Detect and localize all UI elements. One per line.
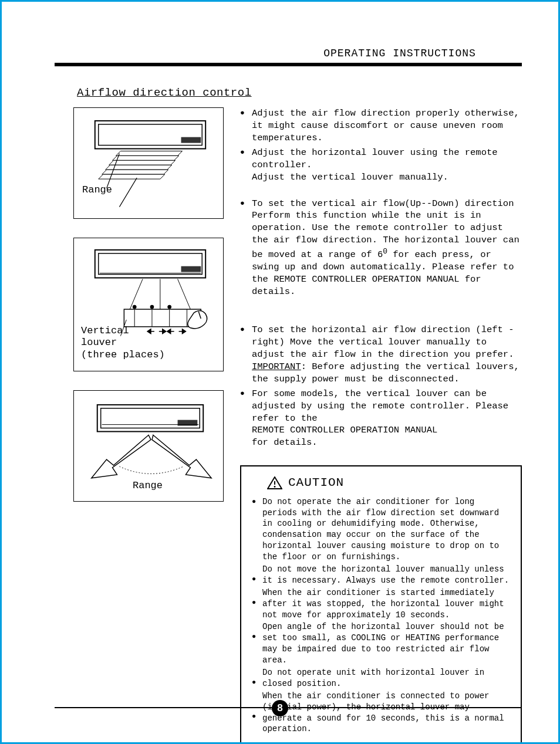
caution-item: Do not operate the air conditioner for l… xyxy=(252,496,510,563)
text: Adjust the horizontal louver using the r… xyxy=(252,147,498,170)
figure-vertical-range: Range xyxy=(73,107,224,219)
caution-item: Open angle of the horizontal louver shou… xyxy=(252,621,510,666)
svg-line-10 xyxy=(119,178,137,207)
svg-marker-8 xyxy=(99,174,165,179)
svg-point-25 xyxy=(168,305,171,309)
page-header: OPERATING INSTRUCTIONS xyxy=(55,48,522,59)
header-rule xyxy=(55,63,522,66)
caution-item: Do not operate unit with horizontal louv… xyxy=(252,667,510,689)
svg-marker-3 xyxy=(116,151,182,155)
text: REMOTE CONTROLLER OPERATION MANUAL xyxy=(252,425,437,435)
text: Adjust the vertical louver manually. xyxy=(252,172,448,182)
warning-icon xyxy=(267,476,282,489)
svg-rect-13 xyxy=(181,266,201,272)
svg-marker-6 xyxy=(106,165,172,170)
svg-point-42 xyxy=(274,486,276,488)
figure2-label-line1: Vertical xyxy=(81,325,129,336)
instruction-item: To set the horizontal air flow direction… xyxy=(240,324,522,385)
section-title: Airflow direction control xyxy=(77,86,522,99)
instruction-item: Adjust the air flow direction properly o… xyxy=(240,107,522,144)
svg-marker-34 xyxy=(183,329,186,334)
figure-horizontal-range: Range xyxy=(73,390,224,502)
svg-point-24 xyxy=(150,305,154,309)
instruction-item: Adjust the horizontal louver using the r… xyxy=(240,147,522,184)
figure1-label: Range xyxy=(82,184,112,195)
important-label: IMPORTANT xyxy=(252,361,301,372)
caution-item: Do not move the horizontal louver manual… xyxy=(252,564,510,586)
caution-item: When the air conditioner is connected to… xyxy=(252,691,510,735)
figure2-label-line2: louver xyxy=(81,337,117,348)
svg-rect-2 xyxy=(181,137,201,143)
caution-title: CAUTION xyxy=(288,475,344,491)
svg-marker-32 xyxy=(167,329,171,334)
svg-rect-38 xyxy=(178,420,198,426)
text: for details. xyxy=(252,437,318,448)
figure2-label-line3: (three places) xyxy=(81,349,165,360)
text: To set the horizontal air flow direction… xyxy=(252,324,514,360)
instruction-item: For some models, the vertical louver can… xyxy=(240,388,522,449)
figures-column: Range xyxy=(73,107,224,744)
instruction-item: To set the vertical air flow(Up--Down) d… xyxy=(240,198,522,299)
instructions-list: Adjust the air flow direction properly o… xyxy=(240,107,522,184)
svg-point-23 xyxy=(133,305,136,309)
caution-list: Do not operate the air conditioner for l… xyxy=(252,496,510,735)
text: For some models, the vertical louver can… xyxy=(252,388,508,424)
caution-item: When the air conditioner is started imme… xyxy=(252,587,510,621)
figure-vertical-louver: Vertical louver (three places) xyxy=(73,238,224,371)
footer-rule xyxy=(55,707,522,708)
figure3-label: Range xyxy=(133,480,163,491)
svg-marker-5 xyxy=(109,160,176,165)
svg-line-17 xyxy=(178,279,191,309)
svg-line-15 xyxy=(130,279,143,309)
page-number: 8 xyxy=(272,700,288,716)
degree-sup: 0 xyxy=(383,247,387,256)
svg-marker-4 xyxy=(113,155,179,160)
